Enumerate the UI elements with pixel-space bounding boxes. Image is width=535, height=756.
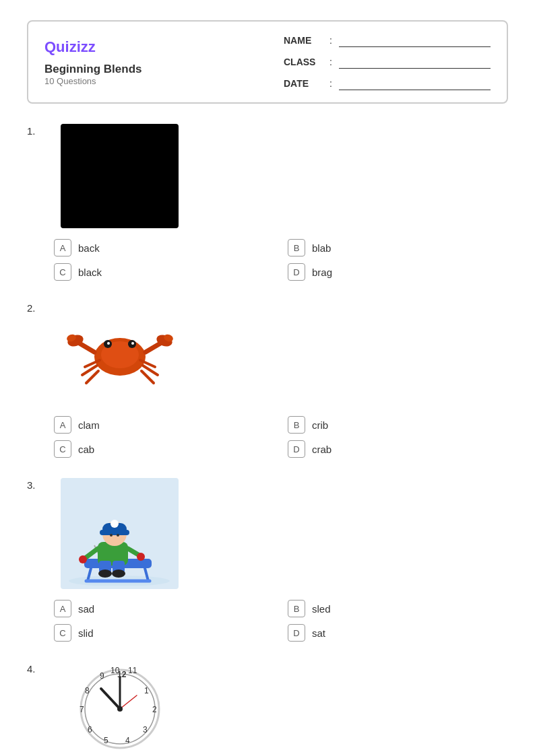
answer-letter-2b: B bbox=[288, 416, 305, 434]
answer-text-3-a: sad bbox=[78, 603, 94, 615]
svg-point-35 bbox=[117, 534, 119, 537]
class-field-row: CLASS : bbox=[284, 55, 491, 69]
class-line[interactable] bbox=[339, 55, 491, 69]
svg-point-28 bbox=[98, 570, 112, 578]
answer-text-3-c: slid bbox=[78, 627, 94, 639]
date-line[interactable] bbox=[339, 77, 491, 90]
answer-text-2-c: cab bbox=[78, 444, 94, 455]
question-3-row: 3. bbox=[27, 478, 508, 642]
answer-letter-c: C bbox=[54, 263, 71, 281]
answer-text-3-b: sled bbox=[312, 603, 331, 615]
name-line[interactable] bbox=[339, 34, 491, 47]
question-4-number: 4. bbox=[27, 662, 47, 675]
answer-letter-3d: D bbox=[288, 624, 305, 642]
answer-letter-a: A bbox=[54, 239, 71, 256]
answer-letter-3b: B bbox=[288, 600, 305, 617]
svg-point-29 bbox=[112, 570, 125, 578]
svg-point-5 bbox=[131, 342, 134, 345]
logo-text: Quizizz bbox=[44, 38, 96, 56]
svg-text:6: 6 bbox=[88, 725, 92, 734]
class-label: CLASS bbox=[284, 57, 324, 67]
svg-line-9 bbox=[146, 343, 160, 352]
svg-rect-32 bbox=[100, 530, 129, 535]
svg-point-39 bbox=[137, 553, 145, 561]
name-field-row: NAME : bbox=[284, 34, 491, 47]
answer-2-d: D crab bbox=[288, 440, 508, 458]
name-colon: : bbox=[329, 35, 332, 46]
answer-letter-2d: D bbox=[288, 440, 305, 458]
question-3-number: 3. bbox=[27, 478, 47, 491]
answer-2-c: C cab bbox=[54, 440, 274, 458]
svg-text:7: 7 bbox=[80, 705, 84, 714]
question-1-number: 1. bbox=[27, 124, 47, 137]
question-1-image bbox=[61, 124, 179, 228]
svg-line-6 bbox=[80, 343, 94, 352]
question-4-body: 12 1 2 3 4 5 6 7 8 9 10 11 bbox=[47, 662, 508, 756]
answer-3-c: C slid bbox=[54, 624, 274, 642]
question-4-image: 12 1 2 3 4 5 6 7 8 9 10 11 bbox=[61, 662, 179, 749]
header-card: Quizizz Beginning Blends 10 Questions NA… bbox=[27, 20, 508, 104]
name-label: NAME bbox=[284, 35, 324, 46]
answer-text-3-d: sat bbox=[312, 627, 325, 639]
svg-text:11: 11 bbox=[128, 666, 137, 675]
svg-point-34 bbox=[110, 534, 113, 537]
sled-icon bbox=[64, 481, 175, 586]
question-2-body: A clam B crib C cab D crab bbox=[47, 301, 508, 458]
header-left: Quizizz Beginning Blends 10 Questions bbox=[28, 22, 268, 102]
svg-text:5: 5 bbox=[104, 736, 108, 745]
logo: Quizizz bbox=[44, 38, 251, 56]
answer-text-2-b: crib bbox=[312, 419, 328, 431]
svg-point-33 bbox=[111, 520, 119, 528]
date-colon: : bbox=[329, 78, 332, 89]
answer-2-b: B crib bbox=[288, 416, 508, 434]
answer-1-c: C black bbox=[54, 263, 274, 281]
answer-letter-3c: C bbox=[54, 624, 71, 642]
black-image bbox=[61, 124, 179, 228]
question-4-row: 4. 12 1 2 3 4 5 6 bbox=[27, 662, 508, 756]
quiz-title: Beginning Blends bbox=[44, 63, 251, 76]
question-2: 2. bbox=[27, 301, 508, 458]
question-2-image bbox=[61, 301, 179, 405]
answer-text-1-b: blab bbox=[312, 242, 331, 254]
answer-letter-2c: C bbox=[54, 440, 71, 458]
answer-1-b: B blab bbox=[288, 239, 508, 256]
page: Quizizz Beginning Blends 10 Questions NA… bbox=[0, 0, 535, 756]
answer-1-a: A back bbox=[54, 239, 274, 256]
quiz-subtitle: 10 Questions bbox=[44, 76, 251, 86]
question-1-body: A back B blab C black D brag bbox=[47, 124, 508, 281]
svg-text:2: 2 bbox=[152, 705, 157, 714]
answer-2-a: A clam bbox=[54, 416, 274, 434]
question-4: 4. 12 1 2 3 4 5 6 bbox=[27, 662, 508, 756]
crab-icon bbox=[66, 306, 174, 401]
svg-text:3: 3 bbox=[143, 725, 148, 734]
date-field-row: DATE : bbox=[284, 77, 491, 90]
answer-1-d: D brag bbox=[288, 263, 508, 281]
answer-3-b: B sled bbox=[288, 600, 508, 617]
svg-text:10: 10 bbox=[111, 666, 120, 675]
answer-text-2-d: crab bbox=[312, 444, 332, 455]
answer-letter-b: B bbox=[288, 239, 305, 256]
svg-text:1: 1 bbox=[144, 686, 149, 695]
question-1-row: 1. A back B blab C black bbox=[27, 124, 508, 281]
question-1-answers: A back B blab C black D brag bbox=[54, 239, 508, 281]
svg-text:8: 8 bbox=[85, 686, 90, 695]
class-colon: : bbox=[329, 57, 332, 67]
date-label: DATE bbox=[284, 78, 324, 89]
answer-3-d: D sat bbox=[288, 624, 508, 642]
question-3-body: A sad B sled C slid D sat bbox=[47, 478, 508, 642]
answer-letter-2a: A bbox=[54, 416, 71, 434]
question-2-row: 2. bbox=[27, 301, 508, 458]
svg-text:4: 4 bbox=[125, 736, 130, 745]
svg-point-38 bbox=[79, 555, 87, 563]
answer-3-a: A sad bbox=[54, 600, 274, 617]
svg-point-57 bbox=[117, 706, 123, 712]
question-3: 3. bbox=[27, 478, 508, 642]
svg-point-4 bbox=[107, 342, 110, 345]
answer-letter-3a: A bbox=[54, 600, 71, 617]
header-right: NAME : CLASS : DATE : bbox=[268, 22, 507, 102]
question-3-answers: A sad B sled C slid D sat bbox=[54, 600, 508, 642]
question-3-image bbox=[61, 478, 179, 589]
question-1: 1. A back B blab C black bbox=[27, 124, 508, 281]
answer-text-2-a: clam bbox=[78, 419, 100, 431]
answer-letter-d: D bbox=[288, 263, 305, 281]
